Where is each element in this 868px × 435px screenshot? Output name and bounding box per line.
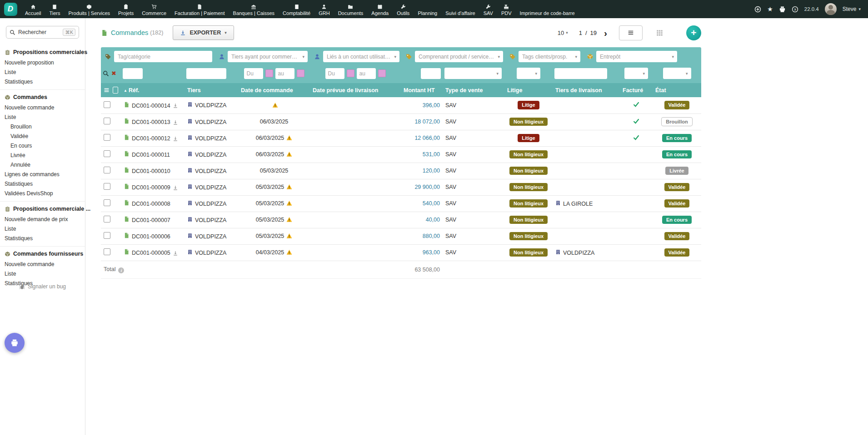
topbar-item-pos[interactable]: PDV	[497, 0, 516, 18]
sidebar-section-title-orders[interactable]: Commandes	[0, 92, 85, 103]
tiers-link[interactable]: VOLDPIZZA	[195, 168, 226, 174]
topbar-item-tools[interactable]: Outils	[393, 0, 414, 18]
topbar-item-documents[interactable]: Documents	[334, 0, 368, 18]
avatar[interactable]	[825, 3, 837, 15]
export-button[interactable]: EXPORTER ▾	[173, 25, 234, 40]
download-icon[interactable]	[173, 119, 178, 125]
amount-ht[interactable]: 540,00	[423, 200, 440, 207]
bookmark-star-icon[interactable]: ★	[767, 6, 773, 12]
amount-ht[interactable]: 396,00	[423, 102, 440, 109]
sidebar-section-title-supplier-orders[interactable]: Commandes fournisseurs	[0, 249, 85, 259]
tiers-link[interactable]: VOLDPIZZA	[195, 233, 226, 240]
row-checkbox[interactable]	[104, 199, 110, 206]
sidebar-item-annulee[interactable]: Annulée	[0, 160, 85, 169]
topbar-item-projects[interactable]: Projets	[114, 0, 138, 18]
tiers-filter-input[interactable]	[186, 68, 226, 79]
topbar-item-hr[interactable]: GRH	[314, 0, 334, 18]
order-ref-link[interactable]: DC001-000013	[132, 119, 170, 125]
amount-ht[interactable]: 963,00	[423, 249, 440, 256]
tiers-link[interactable]: VOLDPIZZA	[195, 250, 226, 256]
page-title[interactable]: Commandes	[111, 29, 148, 36]
help-icon[interactable]	[792, 6, 798, 13]
state-filter-select[interactable]: ▾	[663, 68, 691, 79]
order-ref-link[interactable]: DC001-000011	[132, 152, 170, 158]
order-ref-link[interactable]: DC001-000005	[132, 250, 170, 256]
delivery-tiers-link[interactable]: VOLDPIZZA	[563, 250, 594, 256]
order-date-to-input[interactable]	[275, 68, 294, 79]
col-amount[interactable]: Montant HT	[401, 83, 443, 97]
sidebar-item-livree[interactable]: Livrée	[0, 150, 85, 160]
topbar-item-agenda[interactable]: Agenda	[367, 0, 393, 18]
warehouse-select[interactable]: Entrepôt ▾	[596, 51, 677, 62]
sidebar-item-liste[interactable]: Liste	[0, 269, 85, 278]
sidebar-section-title-supplier-proposals[interactable]: Propositions commerciale ...	[0, 204, 85, 214]
fab-printer-button[interactable]	[5, 333, 25, 353]
sidebar-item-statistiques[interactable]: Statistiques	[0, 77, 85, 86]
sidebar-item-liste[interactable]: Liste	[0, 67, 85, 77]
order-ref-link[interactable]: DC001-000012	[132, 135, 170, 142]
amount-ht[interactable]: 29 900,00	[414, 184, 440, 190]
amount-ht[interactable]: 531,00	[423, 151, 440, 158]
sidebar-item-statistiques[interactable]: Statistiques	[0, 179, 85, 188]
topbar-item-barcode-printer[interactable]: Imprimeur de code-barre	[516, 0, 579, 18]
delivery-date-from-input[interactable]	[325, 68, 344, 79]
calendar-picker-icon[interactable]	[297, 69, 304, 77]
sidebar-item-validee[interactable]: Validée	[0, 131, 85, 141]
calendar-picker-icon[interactable]	[378, 69, 386, 77]
client-tags-select[interactable]: Tags clients/prosp. ▾	[519, 51, 580, 62]
download-icon[interactable]	[173, 184, 178, 191]
delivery-date-to-input[interactable]	[357, 68, 376, 79]
topbar-item-products-services[interactable]: Produits | Services	[65, 0, 115, 18]
select-all-checkbox[interactable]	[113, 87, 118, 94]
sidebar-section-title-commercial-proposals[interactable]: Propositions commerciales	[0, 47, 85, 58]
row-checkbox[interactable]	[104, 216, 110, 222]
row-checkbox[interactable]	[104, 101, 110, 108]
sidebar-item-nouvelle-commande[interactable]: Nouvelle commande	[0, 103, 85, 112]
amount-filter-input[interactable]	[421, 68, 441, 79]
tiers-link[interactable]: VOLDPIZZA	[195, 184, 226, 191]
ref-filter-input[interactable]	[123, 68, 143, 79]
order-ref-link[interactable]: DC001-000009	[132, 184, 170, 191]
clear-filters-icon[interactable]: ✖	[111, 70, 116, 76]
topbar-item-business-tracking[interactable]: Suivi d'affaire	[441, 0, 479, 18]
sidebar-item-nouvelle-commande[interactable]: Nouvelle commande	[0, 259, 85, 269]
topbar-item-third-parties[interactable]: Tiers	[45, 0, 64, 18]
row-checkbox[interactable]	[104, 167, 110, 173]
order-ref-link[interactable]: DC001-000014	[132, 103, 170, 109]
topbar-item-sav[interactable]: SAV	[479, 0, 497, 18]
litige-filter-select[interactable]: ▾	[517, 68, 540, 79]
calendar-picker-icon[interactable]	[265, 69, 273, 77]
tiers-link[interactable]: VOLDPIZZA	[195, 102, 226, 109]
page-size-select[interactable]: 10 ▾	[558, 30, 568, 36]
amount-ht[interactable]: 880,00	[423, 233, 440, 239]
tiers-link[interactable]: VOLDPIZZA	[195, 152, 226, 158]
col-delivery-tiers[interactable]: Tiers de livraison	[553, 83, 620, 97]
sidebar-item-nouvelle-proposition[interactable]: Nouvelle proposition	[0, 58, 85, 67]
download-icon[interactable]	[173, 250, 178, 256]
row-checkbox[interactable]	[104, 134, 110, 141]
col-state[interactable]: État	[653, 83, 701, 97]
sidebar-item-statistiques[interactable]: Statistiques	[0, 233, 85, 243]
invoiced-filter-select[interactable]: ▾	[624, 68, 648, 79]
amount-ht[interactable]: 18 072,00	[414, 119, 440, 125]
add-order-button[interactable]: +	[686, 25, 701, 40]
tiers-link[interactable]: VOLDPIZZA	[195, 119, 226, 125]
sidebar-item-validees-devisshop[interactable]: Validées DevisShop	[0, 188, 85, 198]
order-ref-link[interactable]: DC001-000010	[132, 168, 170, 174]
tiers-link[interactable]: VOLDPIZZA	[195, 201, 226, 207]
print-icon[interactable]	[779, 6, 786, 13]
topbar-item-planning[interactable]: Planning	[414, 0, 441, 18]
sidebar-item-en-cours[interactable]: En cours	[0, 141, 85, 150]
col-litige[interactable]: Litige	[504, 83, 553, 97]
sidebar-item-nouvelle-demande-de-prix[interactable]: Nouvelle demande de prix	[0, 214, 85, 224]
topbar-item-banks-cash[interactable]: Banques | Caisses	[229, 0, 279, 18]
sidebar-item-lignes-de-commandes[interactable]: Lignes de commandes	[0, 169, 85, 179]
list-view-toggle[interactable]	[619, 25, 643, 40]
delivery-tiers-filter-input[interactable]	[554, 68, 607, 79]
row-checkbox[interactable]	[104, 248, 110, 255]
grid-view-toggle[interactable]	[652, 25, 667, 40]
sidebar-item-liste[interactable]: Liste	[0, 112, 85, 122]
product-select[interactable]: Comprenant produit / service avec... ▾	[415, 51, 503, 62]
delivery-tiers-link[interactable]: LA GIROLE	[563, 201, 593, 207]
tiers-link[interactable]: VOLDPIZZA	[195, 135, 226, 142]
